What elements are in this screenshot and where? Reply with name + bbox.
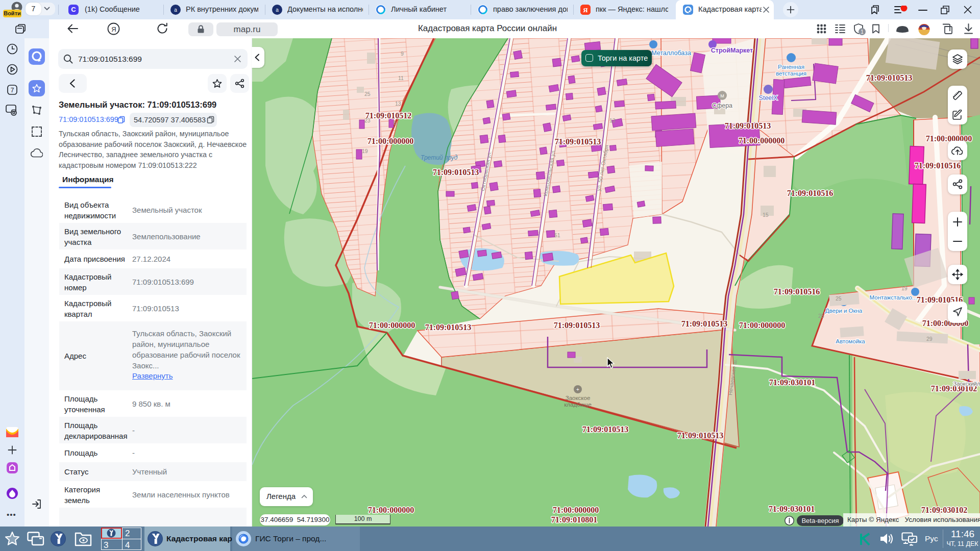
svg-text:Металлобаза: Металлобаза	[651, 49, 691, 57]
svg-text:71:09:010513: 71:09:010513	[725, 121, 771, 130]
svg-text:71:09:010801: 71:09:010801	[551, 515, 598, 524]
svg-text:8: 8	[735, 125, 738, 131]
svg-text:1: 1	[861, 29, 864, 35]
svg-text:+: +	[576, 387, 579, 392]
svg-text:71:09:010513: 71:09:010513	[433, 168, 479, 177]
svg-text:Я: Я	[583, 6, 588, 14]
svg-text:71:09:010513: 71:09:010513	[677, 431, 724, 440]
svg-text:71:09:010516: 71:09:010516	[787, 189, 834, 197]
svg-text:71:09:010513: 71:09:010513	[866, 73, 913, 82]
svg-text:71:00:000000: 71:00:000000	[368, 137, 414, 145]
svg-text:кладбище: кладбище	[564, 402, 592, 408]
svg-text:a: a	[174, 7, 177, 13]
svg-text:71:09:030101: 71:09:030101	[769, 505, 815, 513]
svg-text:71:00:000000: 71:00:000000	[553, 506, 599, 514]
svg-text:71:00:000000: 71:00:000000	[369, 321, 415, 330]
svg-text:71:09:010513: 71:09:010513	[554, 321, 600, 330]
svg-text:7: 7	[11, 87, 14, 94]
svg-text:71:09:010513: 71:09:010513	[555, 137, 601, 146]
svg-text:Заокскийл: Заокскийл	[953, 381, 980, 387]
svg-text:29: 29	[926, 336, 933, 342]
svg-text:a: a	[276, 7, 279, 13]
svg-text:19: 19	[901, 285, 908, 291]
svg-text:71:09:010513: 71:09:010513	[582, 425, 629, 434]
svg-text:13: 13	[395, 101, 401, 107]
svg-text:19: 19	[362, 148, 368, 154]
svg-text:Раненная: Раненная	[778, 64, 804, 70]
svg-text:71:09:010513: 71:09:010513	[681, 319, 728, 328]
svg-text:9: 9	[401, 51, 404, 57]
svg-text:Я: Я	[111, 26, 116, 33]
svg-text:23: 23	[364, 117, 371, 123]
svg-text:71:00:000000: 71:00:000000	[368, 506, 414, 514]
svg-text:Двери и Окна: Двери и Окна	[825, 308, 863, 314]
svg-text:71:09:010513: 71:09:010513	[425, 323, 472, 332]
svg-text:71:00:000000: 71:00:000000	[739, 136, 785, 145]
svg-text:51: 51	[554, 232, 560, 238]
svg-text:11: 11	[398, 75, 404, 81]
svg-text:ветстанция: ветстанция	[776, 70, 806, 77]
svg-text:Третий пруд: Третий пруд	[421, 154, 458, 161]
svg-text:M: M	[720, 93, 724, 98]
svg-text:13: 13	[609, 117, 616, 123]
svg-text:Автомойка: Автомойка	[836, 338, 865, 344]
svg-text:71:09:010516: 71:09:010516	[915, 161, 961, 170]
svg-text:СтройМаркет: СтройМаркет	[711, 47, 753, 54]
svg-text:Сфера: Сфера	[712, 102, 732, 109]
svg-text:SteelX: SteelX	[759, 94, 778, 102]
svg-text:25: 25	[364, 91, 371, 97]
svg-text:71:09:030101: 71:09:030101	[769, 378, 816, 387]
svg-text:71:00:000000: 71:00:000000	[739, 321, 786, 330]
svg-text:5: 5	[394, 120, 397, 126]
svg-text:25: 25	[818, 313, 824, 319]
svg-text:25: 25	[836, 295, 842, 302]
svg-text:15: 15	[763, 212, 769, 218]
svg-text:Заокское: Заокское	[566, 395, 591, 401]
svg-text:71:09:010516: 71:09:010516	[774, 287, 820, 296]
svg-text:Монтажсталько...: Монтажсталько...	[870, 294, 917, 300]
svg-text:71:09:010512: 71:09:010512	[365, 111, 412, 120]
